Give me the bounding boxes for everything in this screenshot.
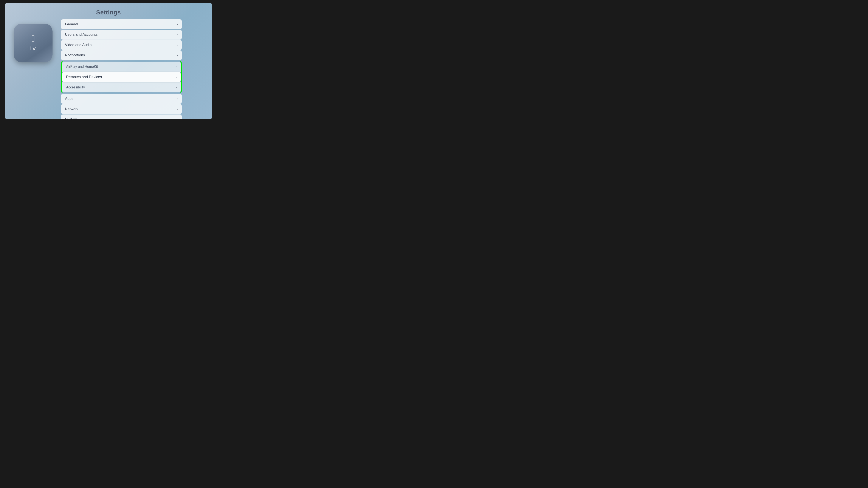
chevron-icon: ›: [177, 97, 178, 101]
menu-item-network[interactable]: Network ›: [61, 104, 182, 114]
tv-screen: Settings  tv General › Users and Accoun…: [5, 3, 212, 119]
menu-item-general[interactable]: General ›: [61, 19, 182, 29]
apple-tv-logo:  tv: [14, 24, 53, 62]
menu-item-notifications[interactable]: Notifications ›: [61, 51, 182, 60]
chevron-icon: ›: [177, 22, 178, 26]
chevron-icon: ›: [177, 33, 178, 37]
settings-menu: General › Users and Accounts › Video and…: [61, 19, 182, 119]
chevron-icon: ›: [177, 107, 178, 111]
chevron-icon: ›: [177, 43, 178, 47]
chevron-icon: ›: [177, 53, 178, 57]
menu-item-airplay-homekit[interactable]: AirPlay and HomeKit ›: [62, 62, 181, 72]
green-selection-outline: AirPlay and HomeKit › Remotes and Device…: [61, 61, 182, 93]
apple-icon: : [31, 34, 35, 43]
chevron-icon: ›: [176, 75, 177, 79]
chevron-icon: ›: [176, 65, 177, 69]
tv-wordmark: tv: [30, 44, 36, 52]
outlined-items: AirPlay and HomeKit › Remotes and Device…: [62, 62, 181, 92]
chevron-icon: ›: [176, 86, 177, 89]
menu-item-apps[interactable]: Apps ›: [61, 94, 182, 104]
chevron-icon: ›: [177, 118, 178, 119]
page-title: Settings: [96, 9, 121, 16]
menu-item-system[interactable]: System ›: [61, 115, 182, 119]
content-area:  tv General › Users and Accounts › Vide…: [5, 19, 212, 119]
menu-item-remotes-devices[interactable]: Remotes and Devices ›: [62, 72, 181, 82]
menu-item-accessibility[interactable]: Accessibility ›: [62, 83, 181, 92]
menu-item-users-accounts[interactable]: Users and Accounts ›: [61, 30, 182, 40]
menu-item-video-audio[interactable]: Video and Audio ›: [61, 40, 182, 50]
